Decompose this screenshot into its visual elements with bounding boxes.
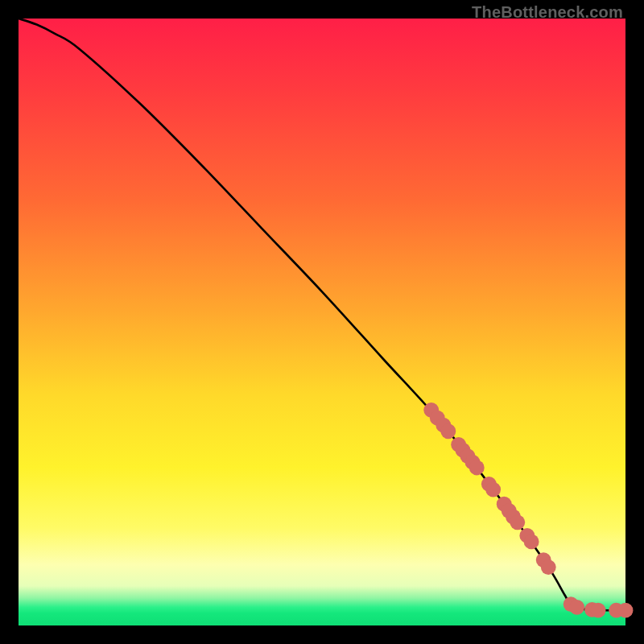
data-dot bbox=[541, 559, 556, 575]
chart-overlay-svg bbox=[19, 19, 625, 625]
chart-frame: TheBottleneck.com bbox=[0, 0, 644, 644]
data-dots bbox=[423, 402, 633, 618]
data-dot bbox=[510, 514, 525, 530]
data-dot bbox=[440, 423, 456, 439]
data-dot bbox=[524, 535, 539, 550]
watermark-text: TheBottleneck.com bbox=[472, 3, 623, 22]
data-dot bbox=[618, 603, 634, 618]
data-dot bbox=[569, 600, 584, 615]
data-dot bbox=[485, 482, 501, 497]
data-dot bbox=[469, 460, 485, 476]
bottleneck-curve bbox=[19, 19, 625, 610]
data-dot bbox=[591, 603, 606, 618]
